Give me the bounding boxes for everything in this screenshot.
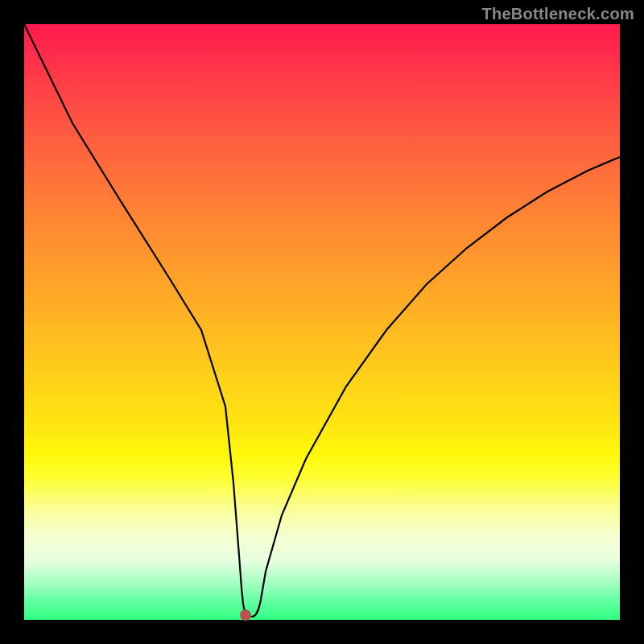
curve-svg xyxy=(24,24,620,620)
chart-container: TheBottleneck.com xyxy=(0,0,644,644)
bottleneck-curve-path xyxy=(24,24,620,617)
plot-area xyxy=(24,24,620,620)
min-point-marker xyxy=(240,609,251,621)
watermark-text: TheBottleneck.com xyxy=(481,5,634,23)
